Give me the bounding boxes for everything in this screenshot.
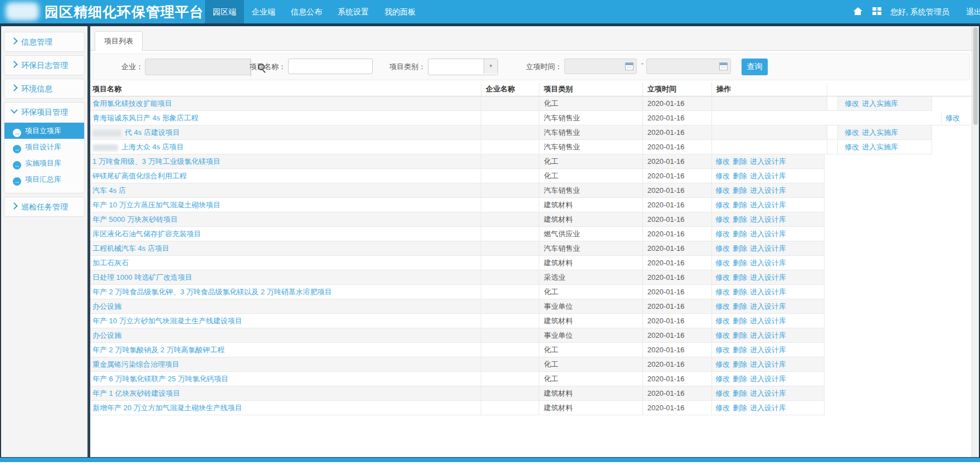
vertical-scrollbar-track[interactable] — [972, 26, 979, 457]
action-link-进入设计库[interactable]: 进入设计库 — [750, 244, 786, 253]
sidebar-item-项目汇总库[interactable]: →项目汇总库 — [4, 171, 84, 187]
action-link-进入设计库[interactable]: 进入设计库 — [750, 346, 786, 354]
company-search-input[interactable] — [145, 59, 250, 75]
project-name-link[interactable]: 钾镁尾矿高值化综合利用工程 — [92, 172, 187, 180]
project-name-link[interactable]: 库区液化石油气储存扩容充装项目 — [92, 230, 201, 238]
home-icon[interactable] — [854, 7, 862, 15]
action-link-进入设计库[interactable]: 进入设计库 — [750, 331, 786, 339]
action-link-删除[interactable]: 删除 — [733, 201, 747, 209]
action-link-修改[interactable]: 修改 — [715, 230, 730, 238]
action-link-修改[interactable]: 修改 — [715, 186, 730, 195]
action-link-进入实施库[interactable]: 进入实施库 — [862, 143, 898, 151]
project-name-link[interactable]: 加工石灰石 — [92, 259, 129, 267]
project-name-link[interactable]: 年产 5000 万块灰砂砖项目 — [92, 215, 178, 224]
action-link-修改[interactable]: 修改 — [845, 143, 859, 151]
action-link-修改[interactable]: 修改 — [715, 244, 730, 253]
sidebar-group-信息管理[interactable]: 信息管理 — [4, 32, 84, 51]
action-link-删除[interactable]: 删除 — [733, 360, 747, 368]
project-name-link[interactable]: 年产 10 万立方蒸压加气混凝土砌块项目 — [92, 201, 221, 209]
project-name-link[interactable]: 年产 1 亿块灰砂砖建设项目 — [92, 389, 180, 397]
action-link-修改[interactable]: 修改 — [715, 404, 730, 412]
action-link-进入设计库[interactable]: 进入设计库 — [750, 172, 786, 180]
action-link-进入设计库[interactable]: 进入设计库 — [750, 288, 786, 296]
action-link-修改[interactable]: 修改 — [945, 114, 960, 122]
project-name-link[interactable]: 1 万吨食用级、3 万吨工业级氯化镁项目 — [92, 157, 221, 166]
vertical-scrollbar-thumb[interactable] — [973, 27, 978, 125]
action-link-删除[interactable]: 删除 — [733, 375, 747, 383]
project-name-link[interactable]: 年产 2 万吨氯酸钠及 2 万吨高氯酸钾工程 — [92, 346, 225, 354]
sidebar-group-环保项目管理[interactable]: 环保项目管理 — [4, 103, 84, 122]
action-link-删除[interactable]: 删除 — [733, 273, 747, 281]
nav-item-企业端[interactable]: 企业端 — [244, 0, 283, 23]
project-name-link[interactable]: 食用氯化镁技改扩能项目 — [92, 99, 172, 108]
project-name-link[interactable]: 代 4s 店建设项目 — [125, 128, 180, 137]
action-link-删除[interactable]: 删除 — [733, 346, 747, 354]
action-link-进入设计库[interactable]: 进入设计库 — [750, 201, 786, 209]
action-link-修改[interactable]: 修改 — [715, 259, 730, 267]
nav-item-系统设置[interactable]: 系统设置 — [330, 0, 377, 23]
action-link-进入设计库[interactable]: 进入设计库 — [750, 273, 786, 281]
action-link-修改[interactable]: 修改 — [715, 360, 730, 368]
action-link-删除[interactable]: 删除 — [733, 157, 747, 166]
action-link-删除[interactable]: 删除 — [733, 331, 747, 339]
sidebar-item-项目设计库[interactable]: →项目设计库 — [4, 139, 84, 155]
action-link-修改[interactable]: 修改 — [715, 172, 730, 180]
action-link-删除[interactable]: 删除 — [733, 259, 747, 267]
action-link-进入设计库[interactable]: 进入设计库 — [750, 302, 786, 310]
action-link-修改[interactable]: 修改 — [715, 331, 730, 339]
action-link-进入设计库[interactable]: 进入设计库 — [750, 404, 786, 412]
project-name-link[interactable]: 重金属铬污染综合治理项目 — [92, 360, 179, 368]
action-link-修改[interactable]: 修改 — [715, 201, 730, 209]
project-name-link[interactable]: 办公设施 — [92, 331, 121, 339]
action-link-删除[interactable]: 删除 — [733, 244, 747, 253]
action-link-删除[interactable]: 删除 — [733, 404, 747, 412]
sidebar-item-项目立项库[interactable]: →项目立项库 — [4, 123, 84, 139]
action-link-修改[interactable]: 修改 — [845, 99, 859, 108]
action-link-修改[interactable]: 修改 — [715, 375, 730, 383]
action-link-删除[interactable]: 删除 — [733, 389, 747, 397]
project-name-link[interactable]: 年产 10 万立方砂加气块混凝土生产线建设项目 — [92, 317, 242, 325]
nav-item-信息公布[interactable]: 信息公布 — [283, 0, 330, 23]
action-link-删除[interactable]: 删除 — [733, 230, 747, 238]
nav-item-园区端[interactable]: 园区端 — [205, 0, 244, 23]
project-name-input[interactable] — [288, 59, 373, 74]
query-button[interactable]: 查询 — [742, 59, 768, 75]
logout-link[interactable]: 退出 — [966, 0, 980, 23]
action-link-进入设计库[interactable]: 进入设计库 — [750, 360, 786, 368]
action-link-修改[interactable]: 修改 — [715, 157, 730, 166]
date-end-input[interactable] — [646, 59, 731, 74]
project-name-link[interactable]: 年产 2 万吨食品级氯化钾、3 万吨食品级氯化镁以及 2 万吨硝基水溶肥项目 — [92, 288, 332, 296]
action-link-修改[interactable]: 修改 — [715, 288, 730, 296]
action-link-进入设计库[interactable]: 进入设计库 — [750, 186, 786, 195]
action-link-进入设计库[interactable]: 进入设计库 — [750, 317, 786, 325]
sidebar-group-环保日志管理[interactable]: 环保日志管理 — [4, 56, 84, 75]
action-link-进入设计库[interactable]: 进入设计库 — [750, 157, 786, 166]
action-link-进入设计库[interactable]: 进入设计库 — [750, 259, 786, 267]
action-link-修改[interactable]: 修改 — [715, 273, 730, 281]
sidebar-group-环境信息[interactable]: 环境信息 — [4, 79, 84, 98]
date-start-input[interactable] — [564, 59, 637, 74]
action-link-修改[interactable]: 修改 — [715, 215, 730, 224]
action-link-进入设计库[interactable]: 进入设计库 — [750, 389, 786, 397]
action-link-删除[interactable]: 删除 — [733, 288, 747, 296]
action-link-修改[interactable]: 修改 — [715, 317, 730, 325]
project-name-link[interactable]: 办公设施 — [92, 302, 121, 310]
project-name-link[interactable]: 青海瑞诚东风日产 4s 形象店工程 — [92, 114, 198, 122]
action-link-删除[interactable]: 删除 — [733, 215, 747, 224]
action-link-修改[interactable]: 修改 — [715, 346, 730, 354]
project-name-link[interactable]: 工程机械汽车 4s 店项目 — [92, 244, 169, 253]
action-link-删除[interactable]: 删除 — [733, 317, 747, 325]
action-link-删除[interactable]: 删除 — [733, 172, 747, 180]
project-name-link[interactable]: 上海大众 4s 店项目 — [121, 143, 184, 151]
project-name-link[interactable]: 日处理 1000 吨选矿厂改造项目 — [92, 273, 192, 281]
sidebar-item-实施项目库[interactable]: →实施项目库 — [4, 155, 84, 171]
nav-item-我的面板[interactable]: 我的面板 — [377, 0, 423, 23]
sidebar-group-巡检任务管理[interactable]: 巡检任务管理 — [4, 197, 84, 216]
action-link-删除[interactable]: 删除 — [733, 302, 747, 310]
project-name-link[interactable]: 汽车 4s 店 — [92, 186, 126, 195]
action-link-修改[interactable]: 修改 — [715, 389, 730, 397]
category-select[interactable]: ▼ — [428, 59, 498, 75]
action-link-进入实施库[interactable]: 进入实施库 — [862, 128, 898, 137]
action-link-进入设计库[interactable]: 进入设计库 — [750, 375, 786, 383]
tab-project-list[interactable]: 项目列表 — [95, 31, 143, 51]
